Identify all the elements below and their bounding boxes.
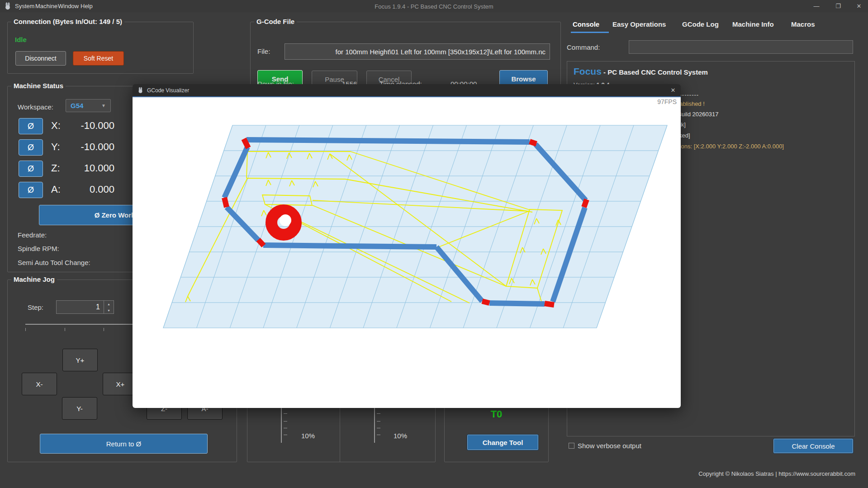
file-path-input[interactable]: for 100mm Height\01 Left for 100mm [350x… — [285, 43, 550, 60]
feed-override-value: 10% — [301, 432, 315, 440]
spindle-tick — [377, 428, 380, 428]
visualizer-canvas[interactable]: 97FPS — [133, 97, 681, 408]
axis-x-value: -10.000 — [57, 120, 114, 132]
machine-status-title: Machine Status — [11, 82, 66, 90]
menu-bar: System Machine Window Help Focus 1.9.4 -… — [0, 0, 868, 12]
jog-x-minus-button[interactable]: X- — [22, 373, 57, 395]
spindle-tick — [377, 435, 380, 435]
gcode-file-panel: G-Code File File: for 100mm Height\01 Le… — [250, 22, 561, 90]
feed-tick — [284, 421, 287, 422]
restore-icon[interactable]: ❐ — [831, 0, 845, 12]
file-path-value: for 100mm Height\01 Left for 100mm [350x… — [336, 48, 545, 56]
spindle-tick — [377, 421, 380, 422]
tab-console[interactable]: Console — [573, 20, 599, 28]
spin-down-icon[interactable]: ▼ — [104, 307, 114, 313]
workspace-dropdown[interactable]: G54 ▼ — [66, 99, 111, 112]
zero-a-button[interactable]: Ø — [19, 182, 43, 198]
disconnect-button[interactable]: Disconnect — [15, 51, 66, 66]
tab-gcode-log[interactable]: GCode Log — [682, 20, 719, 28]
fps-counter: 97FPS — [657, 98, 677, 105]
gcode-file-title: G-Code File — [254, 18, 297, 25]
toolpath-3d-view[interactable] — [133, 97, 681, 408]
connection-panel-title: Connection (Bytes In/Out: 149 / 5) — [11, 18, 124, 25]
step-label: Step: — [28, 303, 43, 311]
axis-a-value: 0.000 — [57, 184, 114, 195]
clear-console-button[interactable]: Clear Console — [773, 438, 854, 454]
spindle-rpm-label: Spindle RPM: — [18, 245, 59, 252]
visualizer-titlebar[interactable]: GCode Visualizer ✕ — [133, 84, 681, 96]
window-title: Focus 1.9.4 - PC Based CNC Control Syste… — [0, 3, 868, 10]
machine-jog-title: Machine Jog — [11, 275, 57, 283]
show-verbose-checkbox[interactable] — [569, 443, 574, 449]
feed-tick — [284, 428, 287, 428]
file-label: File: — [257, 47, 270, 55]
jog-y-minus-button[interactable]: Y- — [62, 397, 97, 420]
chevron-down-icon: ▼ — [101, 103, 106, 108]
zero-x-button[interactable]: Ø — [19, 118, 43, 134]
step-spin-buttons[interactable]: ▲▼ — [104, 301, 114, 313]
visualizer-title: GCode Visualizer — [147, 87, 189, 94]
command-label: Command: — [567, 43, 600, 51]
command-input[interactable] — [629, 40, 853, 54]
gcode-visualizer-dialog: GCode Visualizer ✕ 97FPS — [133, 84, 681, 408]
workspace-label: Workspace: — [18, 103, 53, 111]
active-tab-underline — [571, 32, 609, 33]
axis-y-value: -10.000 — [57, 141, 114, 153]
step-slider-tick — [25, 328, 26, 331]
visualizer-close-icon[interactable]: ✕ — [665, 87, 681, 94]
tab-macros[interactable]: Macros — [791, 20, 815, 28]
jog-y-plus-button[interactable]: Y+ — [62, 349, 98, 371]
app-suffix: - PC Based CNC Control System — [602, 68, 708, 76]
zero-z-button[interactable]: Ø — [19, 161, 43, 177]
connection-panel: Connection (Bytes In/Out: 149 / 5) Idle … — [7, 22, 194, 74]
return-to-zero-button[interactable]: Return to Ø — [40, 434, 208, 454]
spindle-tick — [377, 413, 380, 414]
change-tool-button[interactable]: Change Tool — [467, 434, 539, 450]
console-app-heading: Focus - PC Based CNC Control System — [574, 66, 708, 77]
step-slider-tick — [65, 328, 65, 331]
semi-auto-tool-change-label: Semi Auto Tool Change: — [18, 259, 90, 266]
step-stepper[interactable]: 1 ▲▼ — [56, 300, 114, 314]
step-slider-tick — [104, 328, 104, 331]
step-value: 1 — [57, 301, 104, 313]
spindle-override-value: 10% — [394, 432, 407, 440]
spin-up-icon[interactable]: ▲ — [104, 301, 114, 307]
current-tool-badge: T0 — [445, 408, 548, 420]
copyright-text: Copyright © Nikolaos Siatras | https://w… — [698, 470, 855, 477]
rabbit-icon — [138, 87, 143, 94]
feed-tick — [284, 435, 287, 435]
feed-tick — [284, 413, 287, 414]
status-badge: Idle — [15, 36, 27, 43]
helix-hole — [280, 214, 291, 226]
axis-z-value: 10.000 — [57, 162, 114, 174]
minimize-icon[interactable]: — — [810, 0, 823, 12]
show-verbose-label: Show verbose output — [578, 442, 641, 450]
close-icon[interactable]: ✕ — [852, 0, 866, 12]
workspace-value: G54 — [71, 102, 101, 109]
feedrate-label: Feedrate: — [18, 231, 47, 239]
app-name: Focus — [574, 66, 602, 76]
tab-machine-info[interactable]: Machine Info — [732, 20, 774, 28]
soft-reset-button[interactable]: Soft Reset — [73, 51, 124, 66]
zero-y-button[interactable]: Ø — [19, 139, 43, 156]
tab-easy-operations[interactable]: Easy Operations — [612, 20, 666, 28]
